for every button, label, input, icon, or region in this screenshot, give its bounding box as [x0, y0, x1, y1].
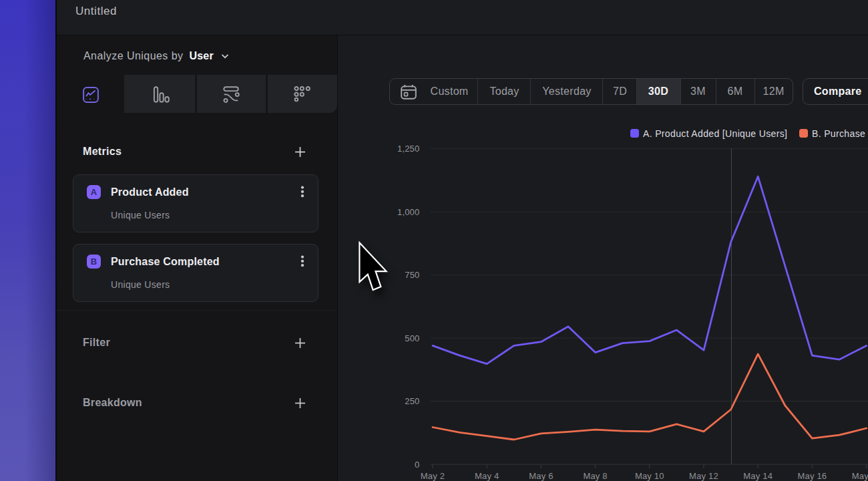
svg-text:250: 250 [405, 396, 419, 406]
svg-text:May 2: May 2 [421, 471, 445, 481]
svg-text:1,250: 1,250 [397, 144, 420, 154]
svg-text:May 18: May 18 [852, 471, 868, 481]
svg-text:May 4: May 4 [475, 471, 499, 481]
svg-text:1,000: 1,000 [397, 207, 420, 217]
svg-text:May 16: May 16 [797, 471, 827, 481]
svg-text:May 12: May 12 [689, 471, 718, 481]
svg-text:May 6: May 6 [529, 471, 553, 481]
svg-text:May 10: May 10 [635, 471, 664, 481]
svg-text:May 14: May 14 [743, 471, 773, 481]
svg-text:500: 500 [405, 333, 419, 343]
svg-text:0: 0 [415, 460, 419, 470]
svg-text:750: 750 [405, 270, 419, 280]
svg-text:May 8: May 8 [583, 471, 607, 481]
